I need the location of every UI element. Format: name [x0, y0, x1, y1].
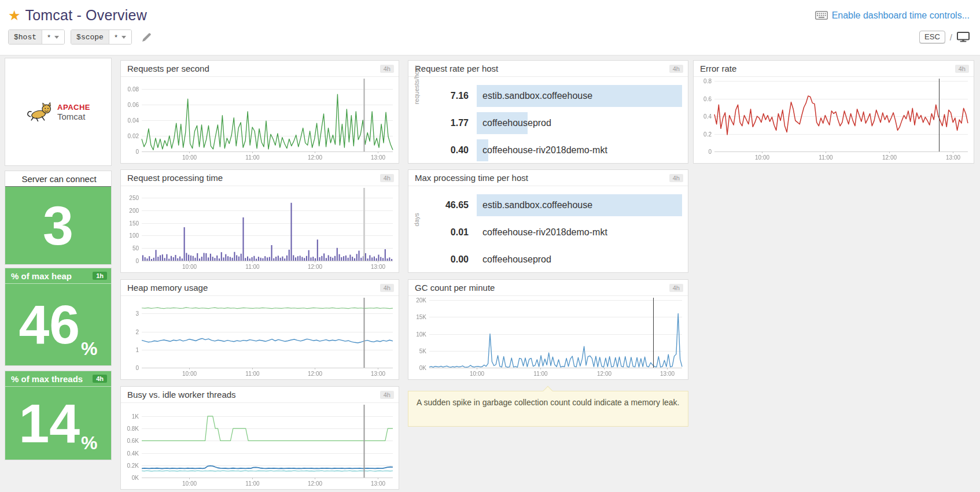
top-bar: ★ Tomcat - Overview Enable dashboard tim… — [0, 0, 980, 56]
tomcat-logo-widget: APACHE Tomcat — [5, 58, 112, 166]
page-title: Tomcat - Overview — [25, 7, 147, 24]
toplist-value: 7.16 — [435, 91, 469, 101]
toplist-value: 0.00 — [435, 254, 469, 265]
query-value-server-can-connect[interactable]: Server can connect 3 — [5, 171, 112, 265]
chart-request-processing-time[interactable]: Request processing time 4h — [120, 169, 399, 273]
template-var-host[interactable]: $host * — [8, 29, 65, 45]
toplist-host: estib.sandbox.coffeehouse — [477, 91, 592, 101]
timeframe-badge: 4h — [955, 65, 969, 73]
query-value-pct-max-heap[interactable]: % of max heap 1h 46 % — [5, 268, 112, 366]
metric-unit: % — [81, 338, 97, 360]
dashboard-grid: APACHE Tomcat Server can connect 3 % of … — [0, 56, 980, 492]
timeframe-badge: 4h — [669, 174, 683, 182]
chart-heap-memory-usage[interactable]: Heap memory usage 4h — [120, 279, 399, 380]
toplist-unit-label: days — [413, 213, 420, 226]
timeframe-badge: 4h — [380, 284, 394, 292]
toplist-row: 0.00 coffeehouseprod — [435, 249, 682, 271]
timeframe-badge: 1h — [93, 272, 107, 280]
esc-key-button[interactable]: ESC — [919, 31, 945, 43]
toplist-value: 0.01 — [435, 227, 469, 238]
heap-memory-usage-plot[interactable] — [121, 296, 399, 379]
toplist-row: 1.77 coffeehouseprod — [435, 112, 682, 134]
timeframe-badge: 4h — [93, 375, 107, 383]
gc-count-per-minute-plot[interactable] — [408, 296, 688, 379]
chart-error-rate[interactable]: Error rate 4h — [693, 60, 974, 164]
note-caret — [543, 386, 552, 396]
apache-brand-text: APACHE — [57, 103, 90, 112]
toplist-value: 46.65 — [435, 200, 469, 210]
metric-value: 14 — [19, 396, 80, 451]
error-rate-plot[interactable] — [694, 77, 974, 163]
toplist-row: 0.01 coffeehouse-riv2018demo-mkt — [435, 221, 682, 243]
tomcat-cat-icon — [26, 102, 54, 123]
widget-title: Error rate — [700, 64, 955, 73]
template-var-scope-value: * — [115, 33, 117, 42]
timeframe-badge: 4h — [669, 284, 683, 292]
toplist-row: 46.65 estib.sandbox.coffeehouse — [435, 194, 682, 216]
widget-title: Requests per second — [127, 64, 380, 73]
toplist-row: 0.40 coffeehouse-riv2018demo-mkt — [435, 139, 682, 161]
pencil-icon[interactable] — [141, 32, 152, 43]
timeframe-badge: 4h — [380, 391, 394, 399]
template-var-host-name: $host — [9, 30, 42, 44]
timeframe-badge: 4h — [380, 174, 394, 182]
toplist-max-processing-time-per-host[interactable]: Max processing time per host 4h days 46.… — [408, 169, 688, 273]
keyboard-icon — [815, 11, 828, 20]
template-var-host-value: * — [47, 33, 50, 42]
widget-title: Heap memory usage — [127, 283, 380, 293]
tomcat-brand-text: Tomcat — [57, 112, 90, 121]
chevron-down-icon — [121, 36, 126, 39]
request-processing-time-plot[interactable] — [121, 186, 399, 272]
template-var-scope-name: $scope — [71, 30, 109, 44]
template-var-scope[interactable]: $scope * — [71, 29, 132, 45]
widget-title: Server can connect — [11, 174, 107, 184]
slash-separator: / — [950, 32, 952, 42]
query-value-pct-max-threads[interactable]: % of max threads 4h 14 % — [5, 371, 112, 460]
toplist-unit-label: requests/hour — [413, 65, 420, 104]
timeframe-badge: 4h — [669, 65, 683, 73]
widget-title: Busy vs. idle worker threads — [127, 390, 380, 399]
timeframe-badge: 4h — [380, 65, 394, 73]
widget-title: GC count per minute — [415, 283, 669, 293]
monitor-icon[interactable] — [957, 32, 970, 42]
favorite-star-icon[interactable]: ★ — [8, 8, 21, 24]
enable-time-controls-label: Enable dashboard time controls... — [832, 10, 970, 21]
metric-unit: % — [81, 432, 97, 454]
metric-value: 46 — [19, 297, 80, 352]
widget-title: Max processing time per host — [415, 173, 669, 183]
toplist-row: 7.16 estib.sandbox.coffeehouse — [435, 85, 682, 107]
toplist-host: coffeehouse-riv2018demo-mkt — [477, 227, 607, 237]
chart-requests-per-second[interactable]: Requests per second 4h — [120, 60, 399, 164]
metric-value: 3 — [43, 198, 73, 253]
widget-title: Request rate per host — [415, 64, 669, 73]
widget-title: % of max heap — [11, 271, 93, 281]
chart-gc-count-per-minute[interactable]: GC count per minute 4h — [408, 279, 688, 380]
busy-idle-threads-plot[interactable] — [121, 403, 399, 489]
chevron-down-icon — [54, 36, 59, 39]
toplist-host: coffeehouse-riv2018demo-mkt — [477, 145, 607, 155]
toplist-host: coffeehouseprod — [477, 254, 551, 264]
note-widget: A sudden spike in garbage collection cou… — [408, 391, 688, 427]
toplist-request-rate-per-host[interactable]: Request rate per host 4h requests/hour 7… — [408, 60, 688, 164]
chart-busy-idle-threads[interactable]: Busy vs. idle worker threads 4h — [120, 386, 399, 490]
toplist-host: coffeehouseprod — [477, 118, 551, 128]
toplist-value: 0.40 — [435, 145, 469, 156]
toplist-value: 1.77 — [435, 118, 469, 128]
enable-time-controls-link[interactable]: Enable dashboard time controls... — [815, 10, 970, 21]
note-text: A sudden spike in garbage collection cou… — [417, 398, 680, 407]
requests-per-second-plot[interactable] — [121, 77, 399, 163]
widget-title: Request processing time — [127, 173, 380, 183]
widget-title: % of max threads — [11, 374, 93, 384]
toplist-host: estib.sandbox.coffeehouse — [477, 200, 592, 210]
